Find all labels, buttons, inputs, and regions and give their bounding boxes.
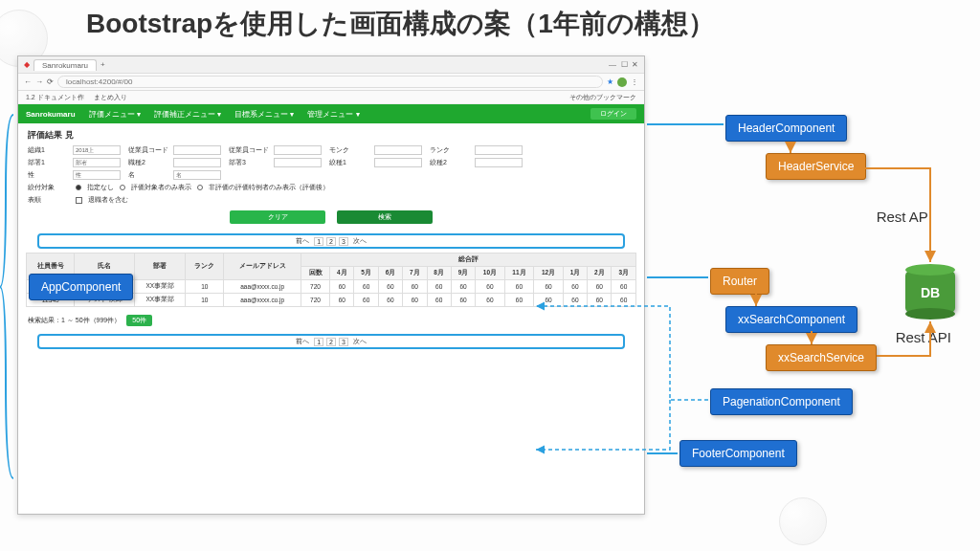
col-header: 10月 — [476, 267, 505, 280]
decorative-bubble — [779, 497, 827, 545]
field-label: 従業員コード — [229, 145, 271, 155]
nav-menu[interactable]: 評価メニュー ▾ — [89, 109, 141, 120]
bookmark-other[interactable]: その他のブックマーク — [569, 93, 636, 102]
table-cell: 60 — [534, 280, 564, 294]
text-input[interactable] — [374, 145, 422, 155]
login-button[interactable]: ログイン — [590, 108, 636, 120]
table-cell: 10 — [186, 294, 224, 307]
bookmark-item[interactable]: まとめ入り — [94, 93, 127, 102]
col-header-group: 総合評 — [301, 253, 635, 267]
pager-prev[interactable]: 前へ — [294, 236, 311, 246]
text-input[interactable]: 名 — [173, 170, 221, 180]
table-cell: 60 — [451, 280, 475, 294]
radio-label: 指定なし — [87, 183, 114, 192]
pager-prev[interactable]: 前へ — [294, 337, 311, 346]
text-input[interactable] — [475, 158, 523, 167]
table-cell: 720 — [301, 294, 329, 307]
table-cell: 720 — [301, 280, 329, 294]
table-cell: 60 — [476, 294, 505, 307]
star-icon[interactable]: ★ — [607, 77, 613, 86]
search-button[interactable]: 検索 — [337, 210, 433, 224]
text-input[interactable] — [274, 145, 322, 155]
bookmark-item[interactable]: 1.2 ドキュメント作 — [26, 93, 84, 102]
tag-footer-component: FooterComponent — [679, 440, 797, 467]
pager-next[interactable]: 次へ — [351, 337, 368, 346]
tag-pagination-component: PagenationComponent — [710, 388, 853, 415]
app-brand: Sanrokumaru — [26, 110, 76, 119]
col-header: 11月 — [504, 267, 534, 280]
col-header: 6月 — [378, 267, 402, 280]
new-tab-button[interactable]: + — [100, 60, 105, 69]
db-label: DB — [905, 285, 955, 300]
text-input[interactable] — [374, 158, 422, 167]
pager-page[interactable]: 2 — [326, 237, 336, 246]
radio-button[interactable] — [120, 185, 125, 190]
col-header: ランク — [186, 253, 224, 280]
browser-addressbar: ← → ⟳ localhost:4200/#/00 ★ ⋮ — [18, 74, 644, 91]
pager-page[interactable]: 1 — [314, 338, 323, 346]
forward-icon[interactable]: → — [35, 77, 43, 86]
tag-header-service: HeaderService — [766, 153, 866, 180]
browser-bookmarks: 1.2 ドキュメント作 まとめ入り その他のブックマーク — [18, 91, 644, 104]
rest-api-label: Rest API — [877, 209, 932, 225]
nav-menu[interactable]: 管理メニュー ▾ — [307, 109, 359, 120]
tag-header-component: HeaderComponent — [725, 115, 847, 142]
table-cell: 60 — [330, 294, 354, 307]
field-label: 部署1 — [28, 158, 70, 167]
button-row: クリア 検索 — [28, 210, 635, 224]
radio-button[interactable] — [197, 185, 203, 190]
table-cell: 60 — [534, 294, 564, 307]
text-input[interactable]: 2018上 — [73, 145, 121, 155]
search-form: 評価結果 見 組織12018上 従業員コード 従業員コード モンク ランク 部署… — [18, 123, 644, 230]
table-cell: 60 — [403, 294, 427, 307]
result-count: 50件 — [126, 315, 152, 326]
table-cell: XX事業部 — [135, 280, 186, 294]
text-input[interactable] — [173, 145, 221, 155]
section-title: 評価結果 見 — [28, 129, 635, 142]
col-header: 8月 — [427, 267, 451, 280]
nav-menu[interactable]: 評価補正メニュー ▾ — [154, 109, 221, 120]
col-header: 3月 — [612, 267, 636, 280]
reload-icon[interactable]: ⟳ — [47, 77, 54, 86]
table-cell: 60 — [378, 280, 402, 294]
pager-page[interactable]: 1 — [314, 237, 323, 246]
pager-page[interactable]: 3 — [339, 237, 348, 246]
field-label: ランク — [430, 145, 472, 155]
text-input[interactable]: 部署 — [73, 158, 121, 167]
pagination-top: 前へ 1 2 3 次へ — [37, 233, 625, 249]
col-header: 回数 — [301, 267, 329, 280]
text-input[interactable]: 性 — [73, 170, 121, 180]
table-cell: 60 — [330, 280, 354, 294]
pager-next[interactable]: 次へ — [351, 236, 368, 246]
table-cell: 60 — [354, 294, 378, 307]
pagination-bottom: 前へ 1 2 3 次へ — [37, 334, 625, 349]
col-header: 部署 — [135, 253, 186, 280]
text-input[interactable] — [475, 145, 523, 155]
nav-menu[interactable]: 目標系メニュー ▾ — [234, 109, 294, 120]
browser-tab[interactable]: Sanrokumaru — [33, 59, 97, 71]
menu-icon[interactable]: ⋮ — [631, 77, 638, 86]
radio-button[interactable] — [76, 185, 81, 190]
col-header: 4月 — [330, 267, 354, 280]
form-row: 性性 名名 — [28, 170, 635, 180]
pager-page[interactable]: 3 — [339, 338, 348, 346]
clear-button[interactable]: クリア — [230, 210, 325, 224]
table-cell: 60 — [563, 294, 587, 307]
form-row: 表順 退職者を含む — [28, 195, 635, 205]
table-cell: 60 — [427, 280, 451, 294]
radio-label: 評価対象者のみ表示 — [131, 183, 191, 192]
checkbox[interactable] — [76, 197, 82, 204]
field-label: モンク — [329, 145, 371, 155]
table-cell: 60 — [612, 294, 636, 307]
back-icon[interactable]: ← — [24, 77, 32, 86]
table-cell: 60 — [403, 280, 427, 294]
text-input[interactable] — [274, 158, 322, 167]
url-field[interactable]: localhost:4200/#/00 — [57, 76, 603, 88]
table-cell: aaa@xxxx.co.jp — [224, 280, 301, 294]
pager-page[interactable]: 2 — [326, 338, 336, 346]
table-cell: 60 — [378, 294, 402, 307]
col-header: 7月 — [403, 267, 427, 280]
table-cell: 60 — [504, 294, 534, 307]
avatar-icon[interactable] — [617, 77, 627, 87]
text-input[interactable] — [173, 158, 221, 167]
